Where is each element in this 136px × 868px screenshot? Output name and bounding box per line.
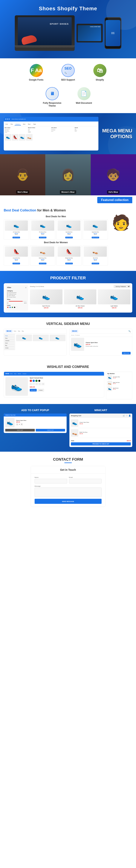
select-option-btn-5[interactable]: SELECT OPTION [12,263,20,265]
cpp-product-name: Classic Sport Shoe [16,420,65,421]
sm-screenshot-2: 𝕾HOE 🔍 Home > Products 👟 Classic Sport S… [70,329,132,355]
sm-sidebar-item-home[interactable]: Home [5,335,14,337]
wl-nav-compare[interactable]: Compare [23,373,26,374]
wl-size-6[interactable]: 6 [30,383,32,385]
wl-swatch-red[interactable] [30,380,32,382]
cf-name-input[interactable] [35,479,67,484]
featured-title-bar: Featured collection [0,195,136,205]
sm-sidebar-item-collection[interactable]: Collection [5,340,14,342]
mm-item-home[interactable]: Home [5,123,8,125]
cpp-header: Added to Your Cart [4,413,66,416]
pf-color-red[interactable] [7,307,8,308]
select-option-btn-2[interactable]: SELECT OPTION [39,237,46,238]
select-option-btn-4[interactable]: SELECT OPTION [92,237,99,238]
pf-color-black[interactable] [14,307,15,308]
cpp-view-cart-btn[interactable]: VIEW CART [5,429,35,432]
sm-sidebar-item-about[interactable]: About [5,342,14,344]
pf-category-item-2[interactable]: Walking Shoes [7,293,27,294]
mm-col-item-1: Running Shoes [5,129,27,129]
pf-category-item-3[interactable]: Sport Shoes [7,295,27,296]
wl-size-9[interactable]: 9 [38,383,41,385]
cpp-header-text: Added to Your Cart [5,414,15,415]
responsive-icon: 🖥 [46,87,59,100]
pf-color-swatches [7,307,27,308]
men-silhouette: 👨 [16,168,30,181]
deal-card-img-men-3: 👟 [58,220,81,231]
select-option-btn-8[interactable]: SELECT OPTION [92,263,99,265]
select-option-btn-6[interactable]: SELECT OPTION [39,263,46,265]
mm-col-men-title: Men's Shoes [5,127,27,128]
select-option-btn-7[interactable]: SELECT OPTION [65,263,73,265]
wl-item-price-3: $55.00 [113,389,131,390]
sm-sidebar-item-contact[interactable]: Contact [5,347,14,349]
deal-card-women-2: 👡 Ballet Pump Shoe $38.00 $58.00 SELECT … [30,245,55,266]
pf-color-white[interactable] [16,307,18,308]
select-option-btn-1[interactable]: SELECT OPTION [12,237,20,238]
mc-item-name-1: Classic Sport Shoe [80,422,131,423]
wl-swatch-blue[interactable] [32,380,35,382]
wl-nav-shop[interactable]: Shop [14,373,17,374]
wl-swatch-green[interactable] [35,380,37,382]
deal-card-name-men-1: Air Classic Shoe [5,231,28,232]
wl-swatch-black[interactable] [38,380,40,382]
shopify-icon: 🛍 [93,64,106,77]
mc-checkout-btn[interactable]: PROCEED TO CHECK OUT [71,442,131,445]
mm-col-item-12: Nike [75,129,98,129]
wl-nav-home[interactable]: Home [10,373,12,374]
sm-search-icon[interactable]: 🔍 [128,330,131,332]
mm-item-shop[interactable]: Shop [10,123,13,125]
pf-close-icon[interactable]: ✕ [25,287,27,289]
pf-price-slider[interactable] [7,301,27,302]
mm-item-blog[interactable]: Blog ▾ [27,123,31,125]
wl-compare-btn[interactable]: Compare [37,389,44,392]
sm-nav-blog[interactable]: Blog [22,330,24,332]
sm-screenshot-1: 𝕾HOE Home Shop Blog Home Shop Collection… [4,329,66,355]
wl-size-8[interactable]: 8 [36,383,38,385]
cpp-qty-minus[interactable]: − [16,423,18,426]
pf-checkbox-3[interactable] [7,295,8,296]
mm-col-item-10: Girls Shoes [51,130,74,131]
sm-sidebar-panel-1: Home Shop Collection About Blog Contact [4,334,15,350]
mc-item-info-1: Classic Sport Shoe $45.00 [80,422,131,424]
pf-checkbox-4[interactable] [7,297,8,298]
mm-col-item-14: Puma [75,131,98,132]
wl-add-to-cart-btn[interactable]: Add to Cart [30,389,37,392]
mc-item-name-2: Ballet Flat Shoe [80,432,131,433]
pf-category-filter: Category Running Shoes Walking Shoes Spo… [7,290,27,298]
cf-submit-btn[interactable]: SEND MESSAGE [35,499,102,504]
pf-checkbox-1[interactable] [7,292,8,293]
mm-item-about[interactable]: About [22,123,26,125]
phone-screen: SPORTSHOES [106,20,120,46]
pf-product-img-2: 👟 [64,289,97,304]
cf-email-input[interactable] [69,479,102,484]
cf-message-textarea[interactable] [35,488,102,497]
pf-category-item-1[interactable]: Running Shoes [7,292,27,293]
pf-color-blue[interactable] [9,307,11,308]
wl-size-7[interactable]: 7 [33,383,35,385]
mega-menu-section: shoes-theme.myshopify.com Home Shop Coll… [0,113,136,154]
sm-detail-price: $45.00 [86,344,98,345]
pf-checkbox-2[interactable] [7,293,8,294]
sm-sidebar-item-shop[interactable]: Shop [5,337,14,340]
sm-nav-shop[interactable]: Shop [18,330,21,332]
wl-nav-wishlist[interactable]: Wishlist [18,373,21,374]
wl-size-10[interactable]: 10 [42,383,45,385]
mm-products: 👟 👠 👟 👡 [5,134,98,141]
cpp-qty-value: 1 [19,424,20,425]
select-option-btn-3[interactable]: SELECT OPTION [65,237,73,238]
deal-card-oldprice-men-4: $60.00 [84,234,107,235]
pf-color-green[interactable] [11,307,13,308]
pf-category-item-4[interactable]: Casual Shoes [7,297,27,298]
sm-nav-home[interactable]: Home [13,330,17,332]
cart-popup-box: Added to Your Cart 👟 Classic Sport Shoe … [4,413,66,433]
cpp-qty-plus[interactable]: + [21,423,23,426]
sm-add-cart-btn[interactable]: Add to Cart [122,352,131,354]
feature-well-doc: 📄 Well Document [71,87,97,107]
sm-sidebar-item-blog[interactable]: Blog [5,344,14,347]
wl-panel-title: My Wishlist [107,373,131,374]
mm-item-pages[interactable]: Pages [32,123,37,125]
wl-color-swatches [30,380,103,382]
cpp-checkout-btn[interactable]: CHECK OUT [36,429,65,432]
pf-sort-select[interactable]: Sort by: Featured Price: Low to High Pri… [114,285,130,288]
mm-item-collection[interactable]: Collection ▾ [15,123,21,125]
